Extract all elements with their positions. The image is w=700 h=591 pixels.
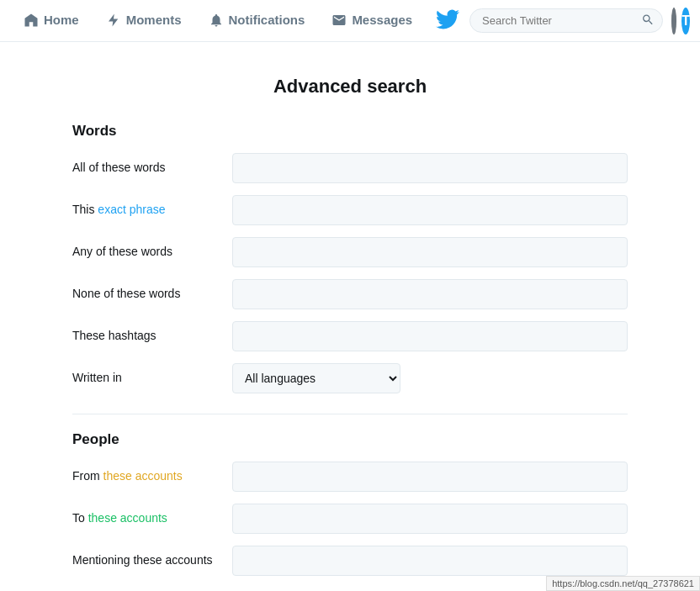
- mentioning-accounts-row: Mentioning these accounts: [72, 546, 628, 576]
- nav-notifications[interactable]: Notifications: [195, 0, 319, 41]
- any-words-row: Any of these words: [72, 237, 628, 267]
- any-words-label: Any of these words: [72, 244, 232, 261]
- nav-moments[interactable]: Moments: [93, 0, 195, 41]
- nav-moments-label: Moments: [126, 13, 182, 27]
- to-accounts-row: To these accounts: [72, 504, 628, 534]
- people-section-title: People: [72, 431, 628, 448]
- hashtags-input[interactable]: [232, 321, 628, 351]
- nav-notifications-label: Notifications: [229, 13, 305, 27]
- advanced-search-page: Advanced search Words All of these words…: [0, 42, 700, 591]
- hashtags-label: These hashtags: [72, 328, 232, 345]
- nav-messages-label: Messages: [352, 13, 412, 27]
- all-words-row: All of these words: [72, 153, 628, 183]
- user-avatar-t[interactable]: T: [681, 8, 690, 34]
- language-row: Written in All languages English Spanish…: [72, 363, 628, 393]
- none-words-label: None of these words: [72, 286, 232, 303]
- nav-bar: Home Moments Notifications Messages T: [0, 0, 700, 42]
- exact-phrase-row: This exact phrase: [72, 195, 628, 225]
- from-accounts-input[interactable]: [232, 462, 628, 492]
- language-select[interactable]: All languages English Spanish French Ger…: [232, 363, 400, 393]
- language-label: Written in: [72, 370, 232, 387]
- words-divider: [72, 414, 628, 414]
- to-accounts-input[interactable]: [232, 504, 628, 534]
- lightning-icon: [106, 13, 121, 28]
- envelope-icon: [331, 13, 347, 28]
- mentioning-accounts-input[interactable]: [232, 546, 628, 576]
- mentioning-accounts-label: Mentioning these accounts: [72, 552, 232, 569]
- page-title: Advanced search: [72, 76, 628, 98]
- avatar[interactable]: [671, 8, 676, 34]
- words-section-title: Words: [72, 123, 628, 140]
- none-words-input[interactable]: [232, 279, 628, 309]
- any-words-input[interactable]: [232, 237, 628, 267]
- from-accounts-row: From these accounts: [72, 462, 628, 492]
- nav-home[interactable]: Home: [10, 0, 93, 41]
- hashtags-row: These hashtags: [72, 321, 628, 351]
- home-icon: [24, 13, 39, 28]
- all-words-label: All of these words: [72, 160, 232, 177]
- twitter-logo: [436, 8, 459, 34]
- words-section: Words All of these words This exact phra…: [72, 123, 628, 393]
- exact-phrase-label: This exact phrase: [72, 202, 232, 219]
- nav-home-label: Home: [44, 13, 79, 27]
- search-bar: [469, 8, 663, 33]
- none-words-row: None of these words: [72, 279, 628, 309]
- to-accounts-label: To these accounts: [72, 510, 232, 527]
- exact-phrase-input[interactable]: [232, 195, 628, 225]
- people-section: People From these accounts To these acco…: [72, 431, 628, 576]
- nav-messages[interactable]: Messages: [318, 0, 426, 41]
- bell-icon: [209, 13, 224, 28]
- search-icon: [641, 13, 655, 29]
- all-words-input[interactable]: [232, 153, 628, 183]
- search-input[interactable]: [469, 8, 663, 33]
- from-accounts-label: From these accounts: [72, 468, 232, 485]
